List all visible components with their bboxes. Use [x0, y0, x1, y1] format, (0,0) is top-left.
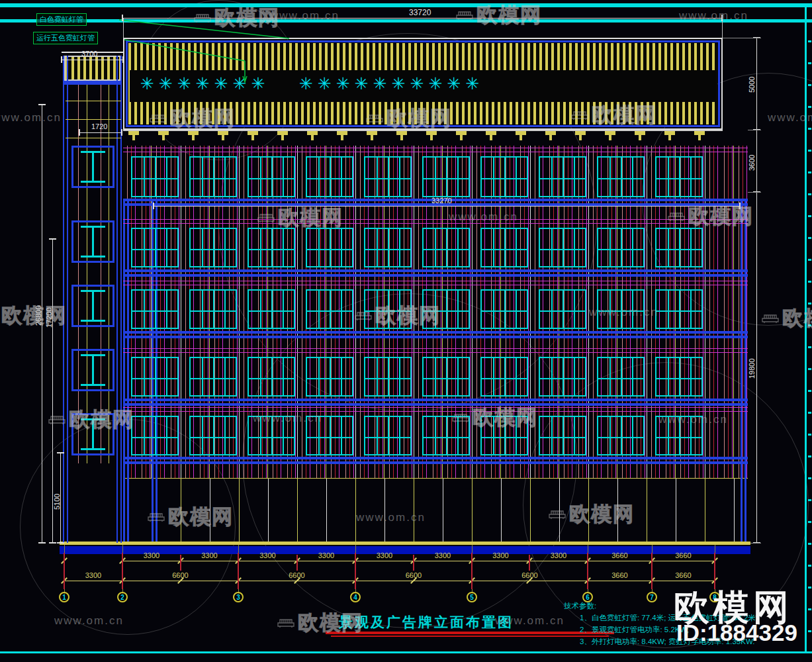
- dim-line-33270: [154, 206, 740, 207]
- dim-tick: [38, 542, 46, 544]
- magenta-line: [123, 285, 748, 285]
- window-mullion: [516, 229, 517, 266]
- window-mullion: [609, 417, 611, 454]
- window-mullion: [493, 158, 494, 196]
- window-mullion: [330, 417, 331, 454]
- window-mullion: [632, 229, 633, 266]
- grid-bubble: 2: [117, 592, 128, 602]
- window-group: [306, 156, 353, 197]
- window-mullion: [504, 158, 506, 196]
- watermark-logo: 欧模网: [193, 4, 280, 32]
- window-transom: [307, 378, 352, 379]
- dim-tick: [49, 542, 56, 544]
- magenta-line: [123, 148, 748, 148]
- window-mullion: [166, 417, 167, 454]
- window-mullion: [377, 229, 378, 266]
- window-mullion: [283, 358, 284, 395]
- dim-line-bottom-2: [64, 581, 715, 581]
- window-group: [655, 357, 703, 397]
- window-transom: [132, 378, 177, 379]
- sign-hanger-bracket: [664, 131, 675, 135]
- window-transom: [540, 378, 585, 379]
- window-mullion: [341, 291, 342, 328]
- window-mullion: [399, 417, 400, 454]
- window-transom: [191, 378, 236, 379]
- window-transom: [482, 378, 527, 379]
- window-mullion: [155, 229, 156, 266]
- watermark-logo: 欧模网: [257, 204, 343, 232]
- watermark-logo-text: 欧模网: [386, 105, 452, 132]
- window-mullion: [504, 229, 506, 266]
- dim-tick: [122, 15, 123, 21]
- tower-yellow-rail: [66, 138, 121, 138]
- sign-hanger-bracket: [694, 131, 705, 135]
- window-mullion: [621, 158, 622, 196]
- window-transom: [598, 378, 643, 379]
- window-group: [539, 357, 586, 397]
- window-mullion: [668, 358, 669, 395]
- dim-text-19800: 19800: [748, 358, 756, 379]
- window-group: [248, 156, 295, 197]
- window-mullion: [493, 358, 494, 395]
- dim-line-right: [756, 38, 757, 543]
- window-transom: [540, 437, 585, 438]
- window-transom: [598, 437, 643, 438]
- window-mullion: [318, 229, 320, 266]
- window-mullion: [668, 158, 669, 196]
- dim-text-5000: 5000: [748, 77, 756, 93]
- window-transom: [424, 249, 469, 250]
- window-group: [306, 357, 353, 397]
- sign-hanger-bracket: [277, 131, 288, 135]
- watermark-logo: 欧模网: [0, 302, 67, 330]
- window-group: [364, 156, 412, 197]
- dim-tick: [61, 56, 62, 63]
- window-mullion: [202, 358, 203, 395]
- window-group: [597, 357, 645, 397]
- window-group: [422, 228, 470, 267]
- watermark-logo: 欧模网: [667, 203, 754, 230]
- window-group: [131, 357, 179, 397]
- watermark-logo: 欧模网: [354, 302, 441, 330]
- window-transom: [365, 249, 410, 250]
- window-mullion: [690, 291, 692, 328]
- watermark-logo: 欧模网: [365, 105, 452, 132]
- window-mullion: [493, 229, 494, 266]
- blue-band: [123, 269, 748, 272]
- window-transom: [191, 178, 236, 179]
- dim-ext-line: [123, 18, 124, 38]
- window-mullion: [516, 158, 517, 196]
- window-group: [131, 156, 179, 197]
- tower-ibeam-bottom: [81, 384, 105, 386]
- dim-segment-label: 6600: [238, 571, 355, 579]
- window-mullion: [271, 291, 273, 328]
- window-transom: [365, 178, 410, 179]
- window-mullion: [377, 417, 378, 454]
- tower-ibeam-web: [92, 290, 94, 322]
- window-mullion: [399, 158, 400, 196]
- window-mullion: [574, 158, 575, 196]
- sign-hanger-bracket: [128, 131, 139, 135]
- watermark-logo-text: 欧模网: [592, 101, 657, 129]
- window-mullion: [283, 229, 284, 266]
- blue-band: [123, 336, 748, 338]
- window-mullion: [166, 291, 167, 328]
- window-transom: [424, 437, 469, 438]
- window-mullion: [563, 158, 564, 196]
- window-mullion: [690, 158, 692, 196]
- window-mullion: [388, 229, 389, 266]
- blue-band: [123, 403, 748, 406]
- window-group: [539, 156, 586, 197]
- window-group: [189, 357, 237, 397]
- window-mullion: [435, 417, 436, 454]
- window-mullion: [574, 358, 575, 395]
- window-group: [480, 156, 528, 197]
- window-mullion: [574, 417, 575, 454]
- sign-neon-symbols-right: ✳✳✳✳✳✳✳✳✳✳: [299, 74, 484, 93]
- watermark-url: www.om.cn: [658, 413, 728, 426]
- sign-hanger-bracket: [456, 131, 467, 135]
- window-group: [655, 156, 703, 197]
- window-mullion: [330, 291, 331, 328]
- window-mullion: [224, 291, 226, 328]
- window-transom: [482, 437, 527, 438]
- window-transom: [365, 378, 410, 379]
